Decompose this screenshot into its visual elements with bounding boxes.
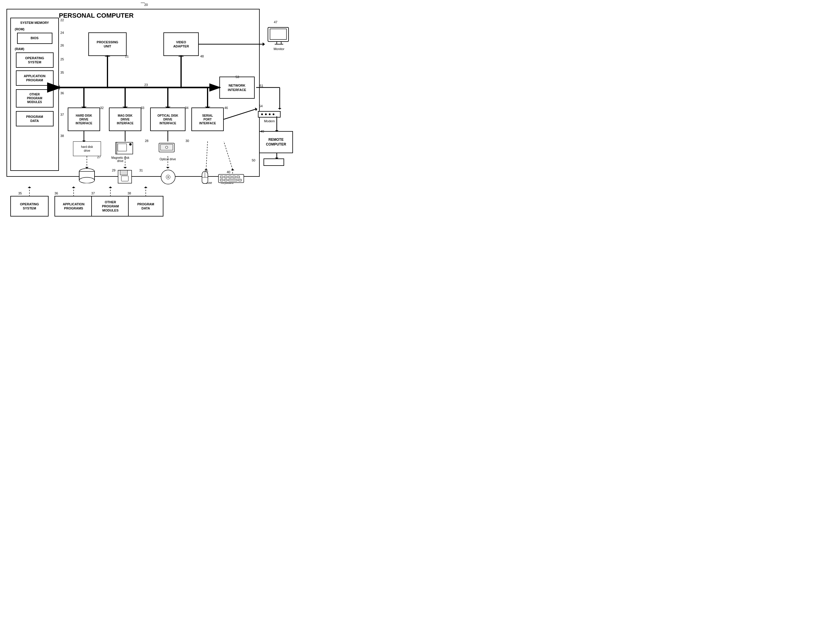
ref-27: 27 <box>97 155 101 159</box>
app-program-box-left: APPLICATIONPROGRAM <box>16 70 54 86</box>
ref-33: 33 <box>141 106 144 109</box>
hard-disk-drive-box: hard diskdrive <box>73 141 101 156</box>
ref-46: 46 <box>224 106 228 109</box>
system-memory-label: SYSTEM MEMORY <box>13 21 56 25</box>
ref-35b: 35 <box>18 191 22 195</box>
ref-30: 30 <box>185 139 189 142</box>
svg-rect-83 <box>120 170 128 175</box>
ref-20-line: — <box>141 0 145 5</box>
serial-port-interface-box: SERIALPORTINTERFACE <box>191 108 224 131</box>
modem-label: Modem <box>257 119 281 123</box>
hard-disk-drive-interface-box: HARD DISKDRIVEINTERFACE <box>68 108 100 131</box>
network-interface-box: NETWORKINTERFACE <box>219 77 255 99</box>
cd-icon <box>160 169 176 185</box>
svg-rect-97 <box>224 179 227 181</box>
svg-rect-93 <box>229 176 231 178</box>
ram-label: (RAM) <box>15 47 24 51</box>
optical-disk-interface-box: OPTICAL DISKDRIVEINTERFACE <box>150 108 185 131</box>
svg-rect-73 <box>116 142 117 154</box>
svg-rect-90 <box>218 174 244 183</box>
cylinder-icon <box>78 168 96 183</box>
svg-point-9 <box>273 114 275 115</box>
app-programs-box-bottom: APPLICATIONPROGRAMS <box>54 196 93 217</box>
ref-34: 34 <box>185 106 188 109</box>
ref-54: 54 <box>259 104 263 108</box>
optical-drive-label: Optical drive <box>159 158 176 161</box>
keyboard-icon <box>218 174 245 184</box>
ref-38b: 38 <box>128 191 131 195</box>
svg-point-76 <box>166 146 168 149</box>
svg-marker-27 <box>263 43 265 46</box>
diagram: 20 — PERSONAL COMPUTER SYSTEM MEMORY (RO… <box>0 0 294 224</box>
svg-point-6 <box>261 114 263 115</box>
mag-disk-icon <box>114 141 135 155</box>
rom-label: (ROM) <box>15 27 24 31</box>
svg-rect-84 <box>121 176 128 181</box>
svg-marker-69 <box>144 187 147 188</box>
monitor-icon <box>267 26 292 47</box>
svg-rect-94 <box>233 176 235 178</box>
video-adapter-box: VIDEOADAPTER <box>163 32 199 56</box>
ref-53: 53 <box>235 75 239 79</box>
box-50 <box>264 158 284 166</box>
ref-24: 24 <box>60 31 64 35</box>
remote-computer-box: REMOTECOMPUTER <box>259 131 293 153</box>
svg-rect-71 <box>118 144 126 151</box>
ref-31: 31 <box>139 169 143 172</box>
ref-23: 23 <box>144 83 148 87</box>
monitor-label: Monitor <box>267 47 292 51</box>
ref-28: 28 <box>145 139 148 142</box>
svg-rect-95 <box>237 176 240 178</box>
other-program-modules-box-left: OTHERPROGRAMMODULES <box>16 89 54 108</box>
svg-rect-91 <box>220 176 223 178</box>
ref-25: 25 <box>60 57 64 61</box>
ref-36: 36 <box>60 91 64 95</box>
ref-37b: 37 <box>91 191 95 195</box>
ref-35: 35 <box>60 71 64 74</box>
ref-40: 40 <box>227 170 230 174</box>
floppy-icon <box>117 169 133 184</box>
program-data-box-left: PROGRAMDATA <box>16 111 54 127</box>
bios-box: BIOS <box>17 33 52 44</box>
program-data-box-bottom: PROGRAMDATA <box>128 196 163 217</box>
ref-49: 49 <box>261 130 264 133</box>
mouse-icon <box>200 171 210 184</box>
svg-point-87 <box>167 176 169 178</box>
svg-point-7 <box>265 114 267 115</box>
svg-point-79 <box>79 177 95 183</box>
ref-22: 22 <box>60 18 64 22</box>
ref-48: 48 <box>200 54 204 58</box>
svg-marker-65 <box>72 187 75 188</box>
svg-marker-63 <box>28 187 31 188</box>
svg-rect-96 <box>220 179 223 181</box>
ref-29: 29 <box>112 169 115 172</box>
svg-rect-92 <box>224 176 227 178</box>
os-box-left: OPERATINGSYSTEM <box>16 52 54 68</box>
ref-21: 21 <box>125 54 129 58</box>
ref-38: 38 <box>60 134 64 138</box>
svg-rect-98 <box>229 179 237 181</box>
svg-point-8 <box>269 114 271 115</box>
optical-disk-icon <box>158 141 176 155</box>
magnetic-disk-label: Magnetic diskdrive <box>111 156 129 163</box>
pc-title: PERSONAL COMPUTER <box>59 12 134 19</box>
ref-51: 51 <box>260 84 263 87</box>
other-modules-box-bottom: OTHERPROGRAMMODULES <box>91 196 129 217</box>
svg-point-72 <box>129 143 132 146</box>
modem-area: 54 Modem <box>257 103 281 123</box>
system-memory-box: SYSTEM MEMORY (ROM) BIOS (RAM) OPERATING… <box>10 18 59 171</box>
mag-disk-interface-box: MAG DISKDRIVEINTERFACE <box>109 108 141 131</box>
svg-rect-1 <box>270 29 286 40</box>
monitor-area: 47 Monitor <box>267 19 292 51</box>
svg-marker-67 <box>109 187 112 188</box>
ref-47: 47 <box>274 20 277 24</box>
ref-32: 32 <box>100 106 104 109</box>
ref-26: 26 <box>60 44 64 47</box>
processing-unit-box: PROCESSINGUNIT <box>88 32 126 56</box>
ref-37: 37 <box>60 113 64 116</box>
os-box-bottom: OPERATINGSYSTEM <box>10 196 49 217</box>
svg-rect-99 <box>238 179 242 181</box>
ref-36b: 36 <box>54 191 58 195</box>
ref-50: 50 <box>252 158 255 162</box>
modem-icon <box>257 110 281 119</box>
